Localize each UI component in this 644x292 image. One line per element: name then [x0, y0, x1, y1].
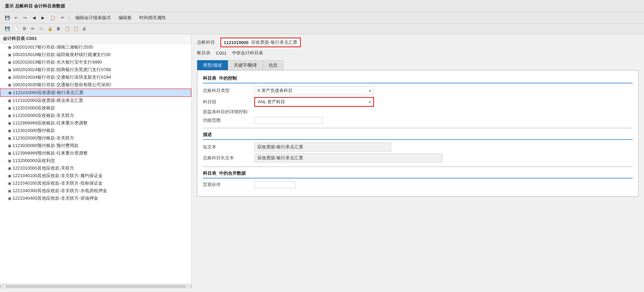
separator1 [69, 14, 69, 21]
tab-information[interactable]: 信息 [263, 60, 283, 70]
toolbar-btn-undo[interactable]: ↩ [12, 14, 20, 22]
section-description-title: 描述 [203, 131, 633, 140]
toolbar-btn-prev[interactable]: ◀ [30, 14, 38, 22]
toolbar-btn-redo[interactable]: ↪ [21, 14, 29, 22]
gl-type-select[interactable]: X 资产负债表科目 ▾ [254, 86, 374, 95]
section-consolidated-title: 科目表 中的合并数据 [203, 170, 633, 178]
right-panel: 总帐科目 1121010000 应收票据-银行承兑汇票 帐目表 C001 中饮会… [192, 34, 644, 289]
toolbar-icon-save[interactable]: 💾 [3, 14, 11, 22]
main-area: 会计科目表 C001 ·▣1002010017银行存款-湖南三湘银行2035·▣… [0, 34, 644, 289]
tree-item[interactable]: ·▣1221040200其他应收款-非关联方-投标保证金 [0, 180, 191, 187]
tree-item[interactable]: ·▣1002010024银行存款-招商银行东莞虎门支行0788 [0, 66, 191, 74]
btn-edit-report-format[interactable]: 编辑会计报表版式 [72, 14, 114, 22]
toolbar2-copy1[interactable]: 📋 [63, 25, 71, 32]
toolbar-btn-next[interactable]: ▶ [39, 14, 47, 22]
tree-item[interactable]: ·▣1221040100其他应收款-非关联方-履约保证金 [0, 172, 191, 180]
tree-item[interactable]: ·▣1123999999预付账款-往来重分类调整 [0, 149, 191, 157]
short-text-value[interactable]: 应收票据-银行承兑汇票 [254, 143, 391, 151]
tree-item[interactable]: ·▣1221010000其他应收款-关联方 [0, 164, 191, 172]
tree-item[interactable]: ·▣1221040400其他应收款-非关联方-讲场押金 [0, 195, 191, 202]
chart-label: 帐目表 [197, 50, 210, 56]
tree-item[interactable]: ·▣1121020000应收票据-商业承兑汇票 [0, 97, 191, 104]
field-row-account-group: 科目组 ANL 资产科目 ▾ [203, 97, 633, 107]
account-group-select[interactable]: ANL 资产科目 ▾ [254, 97, 374, 107]
gl-type-dropdown-arrow: ▾ [369, 89, 371, 93]
field-row-functional-area: 功能范围 [203, 117, 633, 124]
section-consolidated: 科目表 中的合并数据 贸易伙伴 [203, 170, 633, 188]
gl-type-label: 总账科目类型 [203, 88, 251, 94]
chart-name: 中饮会计科目表 [232, 50, 263, 56]
left-panel: 会计科目表 C001 ·▣1002010017银行存款-湖南三湘银行2035·▣… [0, 34, 192, 289]
divider2 [203, 167, 633, 167]
pl-label: 损益表科目的详细控制 [203, 109, 251, 115]
toolbar2-lock[interactable]: 🔒 [46, 25, 54, 32]
account-group-label: 科目组 [203, 99, 251, 105]
section-control-title: 科目表 中的控制 [203, 75, 633, 83]
tab-keyword-translation[interactable]: 关键字/翻译 [228, 60, 263, 70]
field-row-long-text: 总账科目长文本 应收票据-银行承兑汇票 [203, 154, 633, 162]
toolbar-btn-copy[interactable]: 📋 [48, 14, 57, 22]
gl-account-number: 1121010000 [224, 40, 248, 45]
functional-area-label: 功能范围 [203, 117, 251, 123]
long-text-value[interactable]: 应收票据-银行承兑汇票 [254, 154, 442, 162]
trading-partner-value[interactable] [254, 181, 295, 188]
section-control: 科目表 中的控制 总账科目类型 X 资产负债表科目 ▾ 科目组 ANL 资产科目 [203, 75, 633, 124]
toolbar1: 💾 ↩ ↪ ◀ ▶ 📋 ✏ 编辑会计报表版式 编辑集 时间相关属性 [0, 12, 644, 24]
toolbar2-settings[interactable]: ⚙ [21, 25, 28, 32]
page-title: 显示 总帐科目 会计科目表数据 [5, 3, 65, 9]
tree-item[interactable]: ·▣1123010000预付账款 [0, 127, 191, 134]
toolbar2-edit[interactable]: ✏ [29, 25, 37, 32]
tab-content: 科目表 中的控制 总账科目类型 X 资产负债表科目 ▾ 科目组 ANL 资产科目 [197, 70, 639, 197]
header-info-row2: 帐目表 C001 中饮会计科目表 [197, 50, 639, 56]
toolbar-btn-edit-icon[interactable]: ✏ [59, 14, 66, 22]
account-group-dropdown-arrow: ▾ [369, 100, 371, 104]
toolbar2-copy2[interactable]: 📋 [72, 25, 79, 32]
toolbar2-save[interactable]: 💾 [3, 25, 11, 32]
gl-account-value-box: 1121010000 应收票据-银行承兑汇票 [220, 38, 301, 47]
tree-item[interactable]: ·▣1122999999应收账款-往来重分类调整 [0, 119, 191, 127]
functional-area-value[interactable] [254, 117, 323, 124]
tree-item[interactable]: ·▣1221040300其他应收款-非关联方-水电房租押金 [0, 187, 191, 195]
toolbar2-new[interactable]: 📄 [12, 25, 20, 32]
tree-item[interactable]: ·▣1123020000预付账款-非关联方 [0, 134, 191, 142]
tab-type-description[interactable]: 类型/描述 [197, 60, 228, 70]
section-description: 描述 短文本 应收票据-银行承兑汇票 总账科目长文本 应收票据-银行承兑汇票 [203, 131, 633, 162]
tree-item[interactable]: ·▣1132000000应收利息 [0, 157, 191, 164]
tree-item[interactable]: ·▣1122020000应收账款-非关联方 [0, 112, 191, 119]
tabs-container: 类型/描述 关键字/翻译 信息 [197, 60, 639, 70]
btn-edit-set[interactable]: 编辑集 [115, 14, 135, 22]
divider1 [203, 128, 633, 128]
title-bar: 显示 总帐科目 会计科目表数据 [0, 0, 644, 12]
btn-time-attributes[interactable]: 时间相关属性 [136, 14, 169, 22]
gl-account-name: 应收票据-银行承兑汇票 [251, 39, 297, 45]
toolbar2-print[interactable]: 🖨 [80, 25, 88, 32]
scrollbar-thumb [6, 285, 185, 288]
tree-item[interactable]: ·▣1123030000预付账款-预付费用款 [0, 142, 191, 149]
tree-area[interactable]: ·▣1002010017银行存款-湖南三湘银行2035·▣1002010018银… [0, 43, 191, 284]
long-text-label: 总账科目长文本 [203, 155, 251, 161]
tree-item[interactable]: ·▣1002010018银行存款-福田银座村镇行观澜支行00 [0, 51, 191, 58]
field-row-trading-partner: 贸易伙伴 [203, 181, 633, 188]
chart-code: C001 [216, 51, 227, 56]
horizontal-scroll[interactable]: ‹ › [0, 284, 191, 289]
tree-item[interactable]: ·▣1002010019银行存款-光大银行宝中支行9990 [0, 58, 191, 66]
trading-partner-label: 贸易伙伴 [203, 182, 251, 188]
toolbar2-delete[interactable]: 🗑 [55, 25, 62, 32]
gl-account-label: 总帐科目 [197, 39, 215, 45]
short-text-label: 短文本 [203, 144, 251, 150]
tree-item[interactable]: ·▣1002010017银行存款-湖南三湘银行2035 [0, 43, 191, 51]
field-row-short-text: 短文本 应收票据-银行承兑汇票 [203, 143, 633, 151]
tree-item[interactable]: ·▣1002010034银行存款-交通银行深圳龙新支行6194 [0, 74, 191, 81]
tree-item[interactable]: ·▣1122010000应收账款 [0, 104, 191, 112]
toolbar2: 💾 📄 ⚙ ✏ □ 🔒 🗑 📋 📋 🖨 [0, 24, 644, 34]
header-info-row1: 总帐科目 1121010000 应收票据-银行承兑汇票 [197, 38, 639, 47]
left-panel-header: 会计科目表 C001 [0, 34, 191, 43]
tree-item[interactable]: ·▣1002010035银行存款-交通银行股份有限公司深圳/ [0, 81, 191, 89]
field-row-gl-type: 总账科目类型 X 资产负债表科目 ▾ [203, 86, 633, 95]
tree-item[interactable]: ·▣1121010000应收票据-银行承兑汇票 [0, 89, 191, 97]
field-row-pl: 损益表科目的详细控制 [203, 109, 633, 115]
toolbar2-box[interactable]: □ [38, 25, 45, 32]
